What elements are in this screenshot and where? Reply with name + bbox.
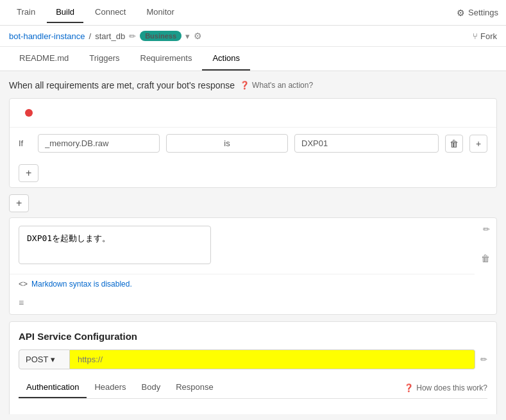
breadcrumb: bot-handler-instance / start_db ✏ Busine… xyxy=(9,31,202,41)
business-badge: Business xyxy=(140,31,181,41)
response-footer: ≡ xyxy=(10,294,496,314)
condition-row: If 🗑 + xyxy=(10,127,496,159)
how-label: How does this work? xyxy=(416,383,487,392)
chevron-down-icon[interactable]: ▾ xyxy=(185,31,190,41)
fork-button[interactable]: ⑂ Fork xyxy=(473,31,497,41)
gear-breadcrumb-icon[interactable]: ⚙ xyxy=(194,31,202,41)
settings-label: Settings xyxy=(468,8,498,17)
add-more-condition-button[interactable]: + xyxy=(19,164,38,182)
markdown-note-row: <> Markdown syntax is disabled. xyxy=(10,274,475,294)
edit-icon[interactable]: ✏ xyxy=(129,31,136,41)
nav-tab-monitor[interactable]: Monitor xyxy=(137,2,183,23)
gear-icon: ⚙ xyxy=(457,8,465,18)
add-block-row: + xyxy=(9,194,497,212)
condition-value-input[interactable] xyxy=(294,134,439,153)
sub-tab-requirements[interactable]: Requirements xyxy=(130,47,203,71)
delete-condition-button[interactable]: 🗑 xyxy=(445,135,463,153)
response-inner: DXP01を起動します。 <> Markdown syntax is disab… xyxy=(10,218,496,294)
sub-tab-readme[interactable]: README.md xyxy=(9,47,79,71)
plus-block-icon: + xyxy=(16,197,22,209)
settings-button[interactable]: ⚙ Settings xyxy=(457,8,498,18)
sub-tab-actions[interactable]: Actions xyxy=(202,47,250,71)
fork-icon: ⑂ xyxy=(473,31,478,41)
api-tab-response[interactable]: Response xyxy=(168,377,221,398)
response-hamburger-icon[interactable]: ≡ xyxy=(19,298,24,308)
what-is-action-label: What's an action? xyxy=(252,81,313,90)
add-condition-button[interactable]: + xyxy=(469,135,487,153)
response-block: DXP01を起動します。 <> Markdown syntax is disab… xyxy=(9,217,497,315)
api-url-row: POST ▾ ✏ xyxy=(19,349,487,369)
what-is-action-link[interactable]: ❓ What's an action? xyxy=(240,81,313,90)
add-block-button[interactable]: + xyxy=(9,194,29,212)
red-dot-indicator xyxy=(25,109,33,117)
api-config-title: API Service Configuration xyxy=(19,331,487,342)
nav-tab-train[interactable]: Train xyxy=(8,2,44,23)
url-input[interactable] xyxy=(70,349,475,369)
if-label: If xyxy=(19,139,31,148)
nav-tab-build[interactable]: Build xyxy=(47,2,83,23)
breadcrumb-file: start_db xyxy=(95,31,125,41)
response-trash-icon[interactable]: 🗑 xyxy=(481,253,490,264)
page-description-text: When all requirements are met, craft you… xyxy=(9,80,235,90)
top-nav: Train Build Connect Monitor ⚙ Settings xyxy=(0,0,506,26)
top-nav-tabs: Train Build Connect Monitor xyxy=(8,2,183,23)
method-select[interactable]: POST ▾ xyxy=(19,349,70,369)
method-chevron-icon: ▾ xyxy=(51,355,55,364)
help-api-icon: ❓ xyxy=(404,383,414,392)
plus-icon: + xyxy=(476,139,481,149)
breadcrumb-project[interactable]: bot-handler-instance xyxy=(9,31,85,41)
response-right-icons: ✏ 🗑 xyxy=(475,218,496,294)
method-label: POST xyxy=(26,355,48,364)
nav-tab-connect[interactable]: Connect xyxy=(86,2,135,23)
response-edit-icon[interactable]: ✏ xyxy=(483,224,490,234)
api-tab-body[interactable]: Body xyxy=(134,377,169,398)
page-description-row: When all requirements are met, craft you… xyxy=(9,80,497,90)
api-tab-authentication[interactable]: Authentication xyxy=(19,377,87,398)
auth-content: No authentication Basic Auth Bearer Toke… xyxy=(19,407,487,414)
markdown-note-text[interactable]: Markdown syntax is disabled. xyxy=(31,280,132,289)
response-content: DXP01を起動します。 xyxy=(10,218,475,274)
breadcrumb-row: bot-handler-instance / start_db ✏ Busine… xyxy=(0,26,506,47)
sub-tab-triggers[interactable]: Triggers xyxy=(79,47,130,71)
breadcrumb-separator: / xyxy=(89,31,92,41)
api-tab-headers[interactable]: Headers xyxy=(87,377,133,398)
api-edit-icon[interactable]: ✏ xyxy=(480,355,487,364)
condition-card: If 🗑 + + xyxy=(9,98,497,188)
plus-small-icon: + xyxy=(26,167,31,179)
breadcrumb-right: ⑂ Fork xyxy=(473,31,497,41)
add-condition-row: + xyxy=(10,159,496,187)
how-does-this-work-link[interactable]: ❓ How does this work? xyxy=(404,383,487,392)
condition-operator-input[interactable] xyxy=(166,134,288,153)
response-textarea[interactable]: DXP01を起動します。 xyxy=(19,226,211,264)
api-service-config: API Service Configuration POST ▾ ✏ Authe… xyxy=(9,321,497,414)
fork-label: Fork xyxy=(480,31,497,41)
main-content: When all requirements are met, craft you… xyxy=(0,71,506,414)
api-tab-list: Authentication Headers Body Response xyxy=(19,377,221,398)
condition-field-input[interactable] xyxy=(38,134,160,153)
help-icon: ❓ xyxy=(240,81,249,90)
api-tabs: Authentication Headers Body Response ❓ H… xyxy=(19,377,487,399)
response-main: DXP01を起動します。 <> Markdown syntax is disab… xyxy=(10,218,475,294)
sub-tabs: README.md Triggers Requirements Actions xyxy=(0,47,506,71)
code-icon: <> xyxy=(19,280,28,289)
